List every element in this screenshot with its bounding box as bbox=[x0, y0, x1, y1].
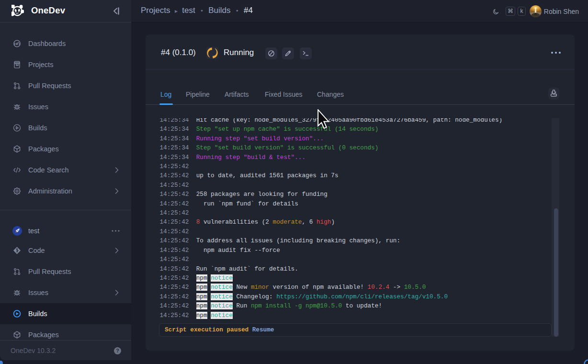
svg-text:?: ? bbox=[116, 348, 119, 353]
